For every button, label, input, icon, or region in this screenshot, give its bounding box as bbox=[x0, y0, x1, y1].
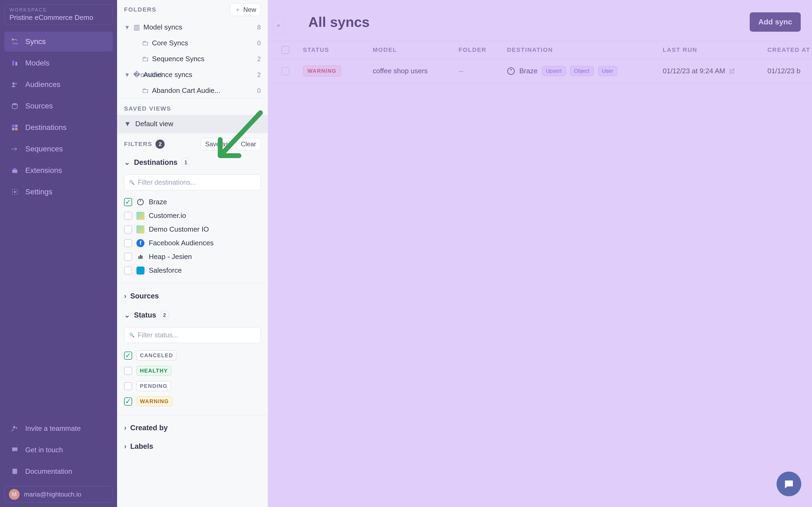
destination-option-salesforce[interactable]: Salesforce bbox=[124, 264, 261, 277]
svg-rect-16 bbox=[12, 469, 17, 474]
chevron-right-icon: › bbox=[124, 442, 126, 451]
chevron-right-icon: › bbox=[124, 424, 126, 432]
collapse-panel-button[interactable]: « bbox=[273, 17, 284, 34]
chevron-right-icon: › bbox=[124, 292, 126, 300]
nav-extensions-label: Extensions bbox=[25, 166, 62, 175]
external-link-icon[interactable] bbox=[729, 68, 735, 74]
col-folder[interactable]: FOLDER bbox=[458, 46, 507, 53]
table-header: STATUS MODEL FOLDER DESTINATION LAST RUN… bbox=[268, 41, 812, 59]
user-menu[interactable]: M maria@hightouch.io bbox=[4, 486, 113, 503]
nav-models[interactable]: Models bbox=[4, 53, 113, 73]
people-icon: �ománd bbox=[133, 71, 140, 79]
save-as-button[interactable]: Save as bbox=[201, 138, 233, 150]
nav-settings[interactable]: Settings bbox=[4, 182, 113, 202]
nav-sources[interactable]: Sources bbox=[4, 96, 113, 116]
audiences-icon bbox=[10, 80, 19, 89]
filter-section-created-by[interactable]: › Created by bbox=[124, 421, 261, 435]
folder-core-syncs[interactable]: 🗀 Core Syncs 0 bbox=[117, 35, 268, 51]
chevron-down-icon: ⌄ bbox=[124, 158, 130, 167]
sources-icon bbox=[10, 102, 19, 111]
nav-syncs[interactable]: Syncs bbox=[4, 32, 113, 52]
destination-option-customerio[interactable]: Customer.io bbox=[124, 209, 261, 223]
filter-section-sources[interactable]: › Sources bbox=[124, 289, 261, 303]
col-created-at[interactable]: CREATED AT bbox=[765, 46, 812, 53]
svg-point-5 bbox=[15, 83, 17, 84]
user-email: maria@hightouch.io bbox=[24, 491, 82, 498]
folder-label: Sequence Syncs bbox=[152, 55, 204, 63]
filter-status-input[interactable] bbox=[138, 331, 256, 339]
documentation[interactable]: Documentation bbox=[4, 461, 113, 481]
workspace-switcher[interactable]: WORKSPACE Pristine eCommerce Demo bbox=[4, 4, 113, 25]
nav-sources-label: Sources bbox=[25, 102, 53, 110]
select-all-checkbox[interactable] bbox=[281, 46, 289, 54]
chevron-down-icon: ⌄ bbox=[124, 311, 130, 320]
syncs-icon bbox=[10, 37, 19, 46]
nav-sequences[interactable]: Sequences bbox=[4, 139, 113, 159]
checkbox-icon bbox=[124, 267, 132, 275]
filters-block: FILTERS 2 Save as Clear ⌄ Destinations 1… bbox=[117, 133, 268, 460]
nav-syncs-label: Syncs bbox=[25, 37, 46, 46]
status-pill: CANCELED bbox=[137, 350, 177, 360]
filter-destinations-input[interactable] bbox=[138, 178, 256, 186]
destination-option-heap[interactable]: Heap - Jesien bbox=[124, 250, 261, 264]
saved-view-label: Default view bbox=[136, 120, 173, 128]
new-folder-button[interactable]: ＋ New bbox=[230, 3, 261, 16]
folder-audience-syncs[interactable]: ▾ �ománd Audience syncs 2 bbox=[117, 67, 268, 83]
status-option-canceled[interactable]: ✓ CANCELED bbox=[124, 348, 261, 363]
svg-point-17 bbox=[138, 199, 144, 205]
destination-option-label: Braze bbox=[149, 198, 167, 206]
col-destination[interactable]: DESTINATION bbox=[507, 46, 663, 53]
folder-sequence-syncs[interactable]: 🗀 Sequence Syncs 2 bbox=[117, 51, 268, 67]
col-model[interactable]: MODEL bbox=[373, 46, 458, 53]
get-in-touch[interactable]: Get in touch bbox=[4, 440, 113, 460]
svg-rect-8 bbox=[15, 125, 17, 127]
clear-filters-button[interactable]: Clear bbox=[236, 138, 261, 150]
nav-audiences[interactable]: Audiences bbox=[4, 75, 113, 95]
nav-sequences-label: Sequences bbox=[25, 145, 63, 153]
folder-model-syncs[interactable]: ▾ ▥ Model syncs 8 bbox=[117, 19, 268, 35]
filter-section-status[interactable]: ⌄ Status 2 bbox=[124, 308, 261, 322]
nav-extensions[interactable]: Extensions bbox=[4, 161, 113, 180]
chevron-down-icon: ▾ bbox=[124, 23, 130, 32]
col-last-run[interactable]: LAST RUN bbox=[663, 46, 765, 53]
destination-option-demo-customerio[interactable]: Demo Customer IO bbox=[124, 223, 261, 236]
row-model: coffee shop users bbox=[373, 67, 458, 75]
col-status[interactable]: STATUS bbox=[303, 46, 373, 53]
syncs-table: STATUS MODEL FOLDER DESTINATION LAST RUN… bbox=[268, 41, 812, 83]
row-checkbox[interactable] bbox=[281, 67, 289, 75]
svg-rect-21 bbox=[142, 256, 143, 259]
filter-labels-label: Labels bbox=[130, 442, 153, 451]
destination-option-facebook[interactable]: f Facebook Audiences bbox=[124, 236, 261, 250]
checkbox-icon bbox=[124, 225, 132, 233]
folder-count: 2 bbox=[257, 55, 261, 63]
status-option-warning[interactable]: ✓ WARNING bbox=[124, 394, 261, 409]
help-fab[interactable] bbox=[776, 471, 801, 496]
saved-view-default[interactable]: ▼ Default view bbox=[117, 115, 268, 133]
destination-option-braze[interactable]: ✓ Braze bbox=[124, 195, 261, 209]
dest-tag: Upsert bbox=[542, 66, 566, 76]
filter-section-labels[interactable]: › Labels bbox=[124, 440, 261, 453]
folder-abandon-cart[interactable]: 🗀 Abandon Cart Audie... 0 bbox=[117, 83, 268, 99]
nav-destinations[interactable]: Destinations bbox=[4, 118, 113, 137]
folder-count: 0 bbox=[257, 40, 261, 47]
svg-rect-7 bbox=[12, 125, 14, 127]
sequences-icon bbox=[10, 145, 19, 154]
svg-rect-19 bbox=[139, 256, 140, 259]
table-row[interactable]: WARNING coffee shop users -- Braze Upser… bbox=[268, 59, 812, 83]
svg-point-23 bbox=[510, 69, 512, 70]
folder-icon: 🗀 bbox=[142, 39, 149, 47]
svg-rect-2 bbox=[12, 61, 14, 66]
status-option-healthy[interactable]: HEALTHY bbox=[124, 363, 261, 379]
svg-point-6 bbox=[12, 103, 17, 105]
filter-section-destinations[interactable]: ⌄ Destinations 1 bbox=[124, 155, 261, 170]
filter-status-search[interactable]: 🔍 bbox=[124, 327, 261, 343]
folder-count: 0 bbox=[257, 87, 261, 95]
svg-rect-11 bbox=[12, 170, 17, 173]
status-option-pending[interactable]: PENDING bbox=[124, 379, 261, 394]
folders-heading: FOLDERS bbox=[124, 6, 157, 13]
filters-count-badge: 2 bbox=[156, 139, 165, 149]
destination-option-label: Salesforce bbox=[149, 266, 182, 275]
add-sync-button[interactable]: Add sync bbox=[750, 12, 801, 32]
invite-teammate[interactable]: Invite a teammate bbox=[4, 418, 113, 438]
filter-destinations-search[interactable]: 🔍 bbox=[124, 174, 261, 190]
